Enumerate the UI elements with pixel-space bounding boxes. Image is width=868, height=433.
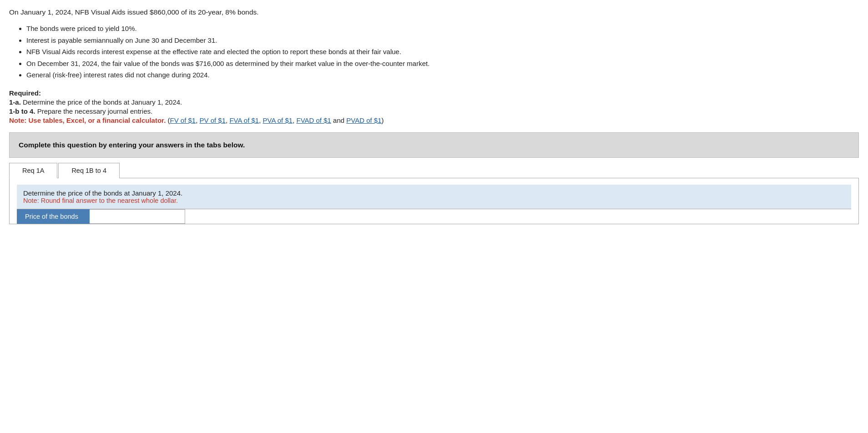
link-pva[interactable]: PVA of $1 [263,116,293,124]
bullet-list: The bonds were priced to yield 10%. Inte… [26,23,859,81]
bullet-item-2: Interest is payable semiannually on June… [26,35,859,46]
complete-box: Complete this question by entering your … [9,132,859,158]
tab-req1b-to-4[interactable]: Req 1B to 4 [58,163,120,178]
req-1b-text: Prepare the necessary journal entries. [35,107,153,115]
price-of-bonds-input[interactable] [90,209,185,224]
answer-label: Price of the bonds [17,209,90,224]
req-1b-line: 1-b to 4. Prepare the necessary journal … [9,107,859,115]
required-section: Required: 1-a. Determine the price of th… [9,89,859,124]
complete-box-text: Complete this question by entering your … [19,141,245,149]
req-1a-bold: 1-a. [9,98,21,106]
link-pv[interactable]: PV of $1 [200,116,226,124]
note-links-line: Note: Use tables, Excel, or a financial … [9,116,859,124]
intro-text: On January 1, 2024, NFB Visual Aids issu… [9,8,859,16]
note-red-text: Note: Use tables, Excel, or a financial … [9,116,166,124]
req-1a-line: 1-a. Determine the price of the bonds at… [9,98,859,106]
answer-row: Price of the bonds [17,209,851,224]
tabs-row: Req 1A Req 1B to 4 [9,162,859,178]
tab-note-red: Note: Round final answer to the nearest … [23,197,845,204]
link-fvad[interactable]: FVAD of $1 [296,116,331,124]
tab-content-area: Determine the price of the bonds at Janu… [9,178,859,224]
link-fv[interactable]: FV of $1 [170,116,196,124]
bullet-item-1: The bonds were priced to yield 10%. [26,23,859,35]
bullet-item-5: General (risk-free) interest rates did n… [26,69,859,81]
link-fva[interactable]: FVA of $1 [229,116,259,124]
tab-description-box: Determine the price of the bonds at Janu… [17,185,851,209]
tabs-container: Req 1A Req 1B to 4 Determine the price o… [9,162,859,224]
required-label-line: Required: [9,89,859,97]
bullet-item-4: On December 31, 2024, the fair value of … [26,58,859,70]
bullet-item-3: NFB Visual Aids records interest expense… [26,46,859,58]
required-bold: Required: [9,89,41,97]
tab-description-text: Determine the price of the bonds at Janu… [23,189,845,197]
link-pvad[interactable]: PVAD of $1 [346,116,381,124]
req-1b-bold: 1-b to 4. [9,107,35,115]
req-1a-text: Determine the price of the bonds at Janu… [21,98,182,106]
tab-req1a[interactable]: Req 1A [9,163,57,178]
